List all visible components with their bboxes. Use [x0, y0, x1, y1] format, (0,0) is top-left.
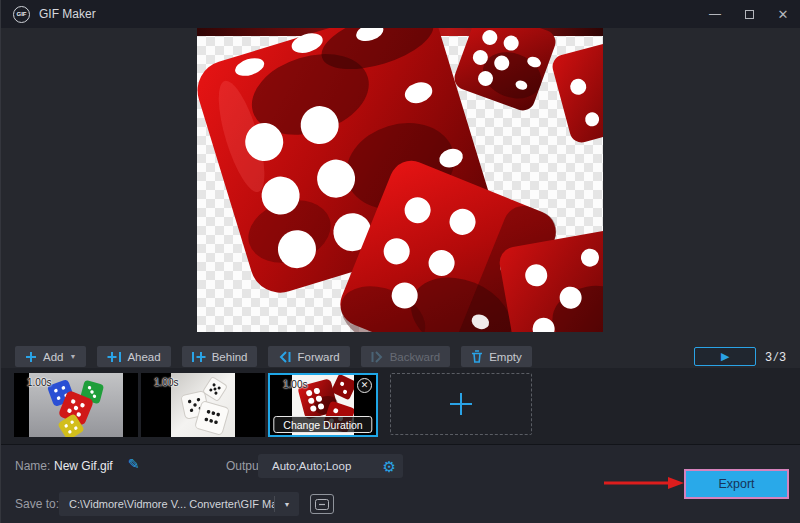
browse-folder-button[interactable] — [310, 494, 334, 514]
edit-name-icon[interactable]: ✎ — [128, 456, 140, 472]
close-icon: ✕ — [361, 381, 369, 390]
save-path-value: C:\Vidmore\Vidmore V... Converter\GIF Ma… — [59, 498, 274, 510]
empty-label: Empty — [489, 351, 522, 363]
ahead-button[interactable]: Ahead — [97, 346, 170, 367]
gear-icon[interactable]: ⚙ — [383, 459, 403, 474]
save-to-label: Save to: — [15, 497, 59, 511]
output-field[interactable]: Auto;Auto;Loop ⚙ — [258, 454, 403, 478]
frame-duration: 1.00s — [27, 377, 51, 388]
export-label: Export — [718, 477, 754, 491]
plus-icon — [25, 351, 37, 363]
empty-button[interactable]: Empty — [461, 346, 532, 367]
forward-button[interactable]: Forward — [268, 346, 349, 367]
annotation-arrow — [604, 477, 684, 489]
play-button[interactable]: ▶ — [694, 347, 756, 366]
frame-counter: 3/3 — [765, 350, 786, 364]
frame-duration: 1.00s — [283, 379, 307, 390]
frame-thumbnail-3-selected[interactable]: 1.00s ✕ Change Duration — [268, 373, 378, 437]
maximize-icon — [745, 10, 754, 19]
window-controls: — ✕ — [698, 0, 800, 28]
move-forward-icon — [278, 351, 291, 363]
counter-current: 3 — [765, 350, 772, 364]
frame-toolbar: Add ▼ Ahead Behind Forward Backward Empt… — [1, 345, 800, 368]
save-path-dropdown[interactable]: C:\Vidmore\Vidmore V... Converter\GIF Ma… — [59, 492, 299, 516]
toolbar-right: ▶ 3/3 — [694, 347, 786, 366]
frame-timeline: 1.00s 1.00s 1.00s ✕ — [1, 368, 800, 444]
frame-thumbnail-1[interactable]: 1.00s — [14, 373, 138, 437]
app-title: GIF Maker — [39, 7, 96, 21]
gif-logo-icon: GIF — [13, 6, 30, 23]
remove-frame-button[interactable]: ✕ — [357, 378, 372, 393]
insert-behind-icon — [192, 351, 206, 363]
change-duration-button[interactable]: Change Duration — [273, 416, 372, 433]
insert-ahead-icon — [107, 351, 121, 363]
close-button[interactable]: ✕ — [766, 0, 800, 28]
counter-separator: / — [774, 350, 777, 364]
frame-duration: 1.00s — [154, 377, 178, 388]
name-label: Name: — [15, 459, 50, 473]
gif-name-value: New Gif.gif — [54, 459, 113, 473]
move-backward-icon — [371, 351, 384, 363]
export-button[interactable]: Export — [684, 469, 789, 499]
minimize-icon: — — [709, 7, 721, 21]
folder-icon — [315, 499, 329, 510]
plus-icon — [448, 391, 474, 417]
backward-label: Backward — [390, 351, 441, 363]
frame-thumbnail-2[interactable]: 1.00s — [141, 373, 265, 437]
maximize-button[interactable] — [732, 0, 766, 28]
counter-total: 3 — [779, 350, 786, 364]
frame-2-image — [171, 373, 235, 437]
title-bar: GIF GIF Maker — ✕ — [1, 0, 800, 28]
add-frame-slot[interactable] — [390, 373, 532, 435]
close-icon: ✕ — [778, 7, 789, 22]
behind-button[interactable]: Behind — [182, 346, 258, 367]
output-value: Auto;Auto;Loop — [258, 460, 383, 472]
play-icon: ▶ — [721, 350, 729, 363]
footer-panel: Name: New Gif.gif ✎ Output: Auto;Auto;Lo… — [1, 444, 800, 523]
gif-maker-window: GIF GIF Maker — ✕ — [0, 0, 800, 523]
add-button[interactable]: Add ▼ — [15, 346, 86, 367]
forward-label: Forward — [297, 351, 339, 363]
trash-icon — [471, 350, 483, 363]
minimize-button[interactable]: — — [698, 0, 732, 28]
add-label: Add — [43, 351, 63, 363]
ahead-label: Ahead — [127, 351, 160, 363]
behind-label: Behind — [212, 351, 248, 363]
preview-image — [197, 28, 603, 332]
chevron-down-icon[interactable]: ▼ — [275, 501, 299, 508]
dice-scene — [197, 28, 603, 332]
backward-button[interactable]: Backward — [361, 346, 451, 367]
chevron-down-icon: ▼ — [69, 353, 76, 360]
preview-stage — [1, 28, 800, 344]
